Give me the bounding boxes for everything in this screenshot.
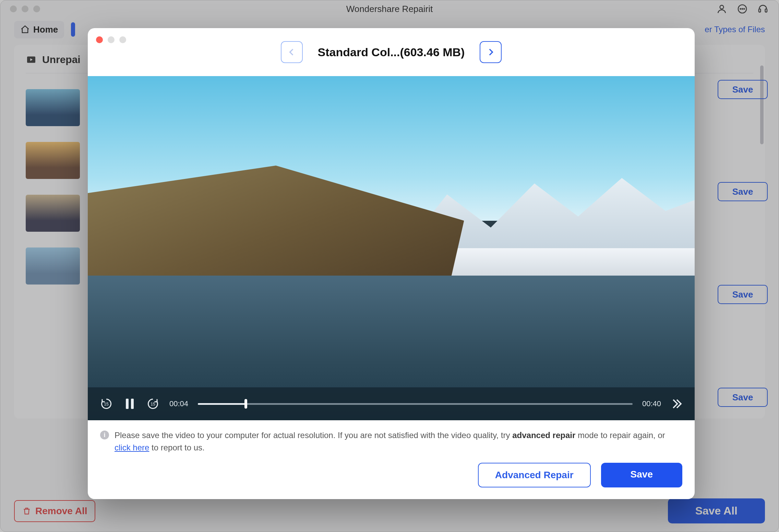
- double-chevron-right-icon: [671, 398, 683, 410]
- report-link[interactable]: click here: [115, 443, 149, 452]
- playback-controls: 15 15 00:04 00:40: [88, 387, 695, 420]
- next-video-button[interactable]: [480, 41, 502, 63]
- seek-fill: [198, 403, 245, 405]
- skip-next-button[interactable]: [671, 398, 683, 410]
- modal-footer: i Please save the video to your computer…: [88, 420, 695, 499]
- svg-text:15: 15: [104, 402, 109, 407]
- forward-15-button[interactable]: 15: [146, 397, 160, 411]
- video-player[interactable]: 15 15 00:04 00:40: [88, 76, 695, 420]
- modal-header: Standard Col...(603.46 MB): [88, 28, 695, 76]
- svg-text:15: 15: [151, 402, 155, 407]
- chevron-right-icon: [486, 48, 495, 57]
- video-preview-modal: Standard Col...(603.46 MB) 15 15 00:04: [88, 28, 695, 499]
- rewind-15-button[interactable]: 15: [99, 397, 113, 411]
- info-icon: i: [100, 431, 109, 439]
- current-time: 00:04: [169, 399, 188, 408]
- hint-message: Please save the video to your computer f…: [115, 429, 682, 454]
- hint-text: i Please save the video to your computer…: [100, 429, 682, 454]
- modal-traffic-lights: [96, 36, 126, 43]
- seek-bar[interactable]: [198, 403, 633, 405]
- minimize-window-dot: [108, 36, 115, 43]
- advanced-repair-button[interactable]: Advanced Repair: [478, 463, 591, 487]
- modal-save-button[interactable]: Save: [601, 463, 682, 487]
- video-frame: [88, 76, 695, 420]
- close-window-dot[interactable]: [96, 36, 103, 43]
- footer-actions: Advanced Repair Save: [100, 463, 682, 487]
- modal-title: Standard Col...(603.46 MB): [318, 46, 465, 59]
- zoom-window-dot: [119, 36, 126, 43]
- pause-icon: [126, 399, 134, 409]
- pause-button[interactable]: [123, 397, 136, 411]
- chevron-left-icon: [287, 48, 296, 57]
- prev-video-button[interactable]: [281, 41, 303, 63]
- seek-knob[interactable]: [244, 399, 247, 409]
- total-time: 00:40: [642, 399, 661, 408]
